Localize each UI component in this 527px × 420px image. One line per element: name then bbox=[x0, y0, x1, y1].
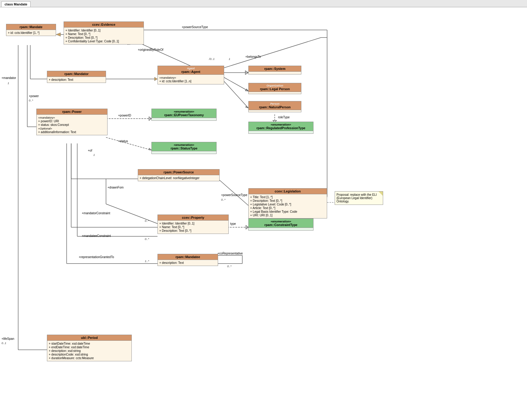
box-statustype: «enumeration» rpam::StatusType bbox=[151, 142, 217, 154]
svg-marker-9 bbox=[154, 77, 157, 81]
box-power-header: rpam::Power bbox=[37, 109, 107, 115]
box-system: rpam::System bbox=[248, 66, 301, 74]
box-regulatedprofessiontype-body bbox=[249, 131, 313, 133]
label-powerSourceType-top: +powerSourceType bbox=[182, 25, 208, 29]
box-statustype-body bbox=[152, 151, 216, 154]
mandatee-attr-1: + description: Text bbox=[159, 261, 216, 264]
mandator-attr-1: + description: Text bbox=[49, 78, 104, 81]
svg-line-30 bbox=[218, 179, 248, 205]
naturalperson-stereotype: Person bbox=[250, 102, 299, 105]
svg-line-26 bbox=[106, 137, 151, 150]
box-period-header: ubl::Period bbox=[47, 335, 131, 341]
legislation-attr-4: + Article: Text [0..*] bbox=[250, 206, 325, 210]
label-powerID: +powerID bbox=[118, 114, 131, 117]
tab-bar: class Mandate bbox=[0, 0, 527, 7]
period-attr-4: + descriptionCode: xsd:string bbox=[49, 353, 130, 356]
box-mandator-body: + description: Text bbox=[47, 77, 106, 83]
box-property-header: ccev::Property bbox=[158, 215, 228, 221]
box-evidence: ccev::Evidence + Identifier: Identifier … bbox=[64, 21, 144, 44]
diagram-area: +powerSourceType +originedByRoleOf +belo… bbox=[0, 7, 527, 418]
svg-marker-25 bbox=[149, 117, 151, 120]
label-mandator: +mandator bbox=[2, 76, 16, 80]
power-attr-2: + powerID: URI bbox=[38, 120, 106, 123]
box-mandate: rpam::Mandate + id: ccts:Identifier [1..… bbox=[6, 24, 56, 36]
label-of: +of bbox=[88, 149, 92, 152]
box-power: rpam::Power «mandatory» + powerID: URI +… bbox=[36, 109, 108, 135]
label-mandateeConstraint: +mandateeConstraint bbox=[82, 234, 111, 238]
box-period: ubl::Period + startDateTime: xsd:dateTim… bbox=[47, 335, 132, 361]
property-attr-3: + Description: Text [0..*] bbox=[159, 229, 227, 232]
svg-marker-36 bbox=[246, 225, 248, 229]
tab-class-mandate[interactable]: class Mandate bbox=[1, 1, 31, 7]
box-naturalperson-body bbox=[249, 110, 301, 112]
constrainttype-title-text: rpam::ConstraintType bbox=[264, 223, 297, 227]
label-mandatorConstraint: +mandatorConstraint bbox=[82, 212, 110, 215]
svg-marker-13 bbox=[245, 89, 248, 91]
box-period-body: + startDateTime: xsd:dateTime + endDateT… bbox=[47, 341, 131, 361]
box-powersource-body: + delegationChainLevel: nonNegativeInteg… bbox=[138, 175, 219, 181]
mult-powerSourceType-mid: 0..* bbox=[221, 198, 225, 201]
box-regulatedprofessiontype-header: «enumeration» rpam::RegulatedProfessionT… bbox=[249, 122, 313, 131]
label-status: +status bbox=[118, 139, 128, 143]
label-lifeSpan: +lifeSpan bbox=[2, 337, 14, 340]
property-attr-2: + Name: Text [0..*] bbox=[159, 225, 227, 229]
mult-coRepresentative: 0..* bbox=[227, 264, 231, 268]
box-agent-body: «mandatory» + id: ccts:Identifier [1..n] bbox=[158, 75, 224, 84]
mult-mandator: 1 bbox=[8, 81, 9, 85]
box-constrainttype: «enumeration» rpam::ConstraintType bbox=[248, 218, 313, 231]
box-legalperson-header: Organization rpam::Legal Person bbox=[249, 83, 301, 92]
box-legislation-body: + Title: Text [1..*] + Description: Text… bbox=[249, 194, 327, 218]
evidence-attr-1: + Identifier: Identifier [0..1] bbox=[65, 29, 142, 32]
box-legislation: ccev::Legislation + Title: Text [1..*] +… bbox=[248, 188, 327, 218]
evidence-attr-3: + Description: Text [0..*] bbox=[65, 36, 142, 39]
legislation-attr-6: + URI: URI [0..1] bbox=[250, 214, 325, 217]
box-legislation-header: ccev::Legislation bbox=[249, 189, 327, 194]
box-constrainttype-header: «enumeration» rpam::ConstraintType bbox=[249, 219, 313, 228]
svg-marker-27 bbox=[149, 148, 151, 150]
box-mandator: rpam::Mandator + description: Text bbox=[47, 71, 106, 83]
regulatedprofessiontype-stereotype: «enumeration» bbox=[250, 123, 311, 126]
box-evidence-body: + Identifier: Identifier [0..1] + Name: … bbox=[64, 28, 144, 44]
mult-of: 1 bbox=[93, 153, 95, 156]
box-eupowertaxonomy-body bbox=[152, 118, 216, 120]
mult-belongs-1: 1 bbox=[229, 57, 230, 61]
box-naturalperson: Person rpam::NaturalPerson bbox=[248, 101, 301, 112]
agent-attr-2: + id: ccts:Identifier [1..n] bbox=[159, 80, 222, 83]
svg-marker-1 bbox=[56, 33, 61, 36]
box-mandate-header: rpam::Mandate bbox=[6, 24, 56, 30]
box-regulatedprofessiontype: «enumeration» rpam::RegulatedProfessionT… bbox=[248, 122, 313, 134]
label-power: +power bbox=[29, 94, 39, 98]
box-statustype-header: «enumeration» rpam::StatusType bbox=[152, 142, 216, 151]
legislation-attr-5: + Legal Basis Identifier Type: Code bbox=[250, 210, 325, 213]
note-text: Proposal: replace with the ELI (European… bbox=[336, 193, 381, 203]
label-roleType: roleType bbox=[278, 116, 290, 119]
svg-marker-15 bbox=[246, 106, 248, 108]
legalperson-title-text: rpam::Legal Person bbox=[260, 87, 290, 91]
box-mandator-header: rpam::Mandator bbox=[47, 71, 106, 77]
box-power-body: «mandatory» + powerID: URI + status: sko… bbox=[37, 115, 107, 135]
note-eli: Proposal: replace with the ELI (European… bbox=[335, 191, 383, 205]
label-coRepresentative: +coRepresentative bbox=[217, 252, 243, 255]
svg-line-44 bbox=[106, 204, 157, 224]
svg-marker-11 bbox=[245, 71, 248, 74]
constrainttype-stereotype: «enumeration» bbox=[250, 220, 311, 223]
box-legalperson-body bbox=[249, 92, 301, 94]
naturalperson-title-text: rpam::NaturalPerson bbox=[259, 105, 290, 109]
box-powersource: rpam::PowerSource + delegationChainLevel… bbox=[138, 169, 220, 181]
label-drawnFrom: +drawnFom bbox=[108, 186, 124, 189]
label-originedByRoleOf: +originedByRoleOf bbox=[138, 48, 163, 51]
power-attr-5: + additionalInformation: Text bbox=[38, 130, 106, 134]
powersource-attr-1: + delegationChainLevel: nonNegativeInteg… bbox=[140, 176, 218, 180]
legislation-attr-3: + Legislative Level: Code [0..*] bbox=[250, 203, 325, 206]
agent-attr-1: «mandatory» bbox=[159, 76, 222, 79]
statustype-title-text: rpam::StatusType bbox=[171, 146, 197, 150]
mult-mandateeConstraint: 0..* bbox=[145, 237, 149, 241]
box-mandatee-header: rpam::Mandatee bbox=[158, 254, 218, 260]
legalperson-stereotype: Organization bbox=[250, 84, 299, 87]
box-property: ccev::Property + Identifier: Identifier … bbox=[157, 215, 229, 234]
eupowertaxonomy-stereotype: «enumeration» bbox=[154, 110, 214, 113]
box-mandatee: rpam::Mandatee + description: Text bbox=[157, 254, 218, 266]
label-representationGrantedTo: +representationGrantedTo bbox=[79, 255, 114, 259]
box-system-header: rpam::System bbox=[249, 66, 301, 72]
legislation-attr-2: + Description: Text [0..*] bbox=[250, 199, 325, 202]
